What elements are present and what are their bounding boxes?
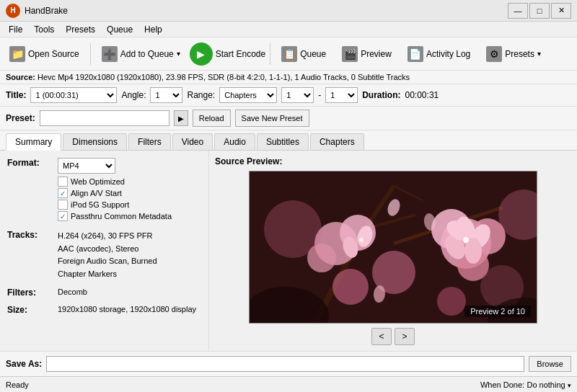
queue-icon: 📋	[281, 46, 297, 62]
title-select[interactable]: 1 (00:00:31)	[30, 87, 117, 103]
summary-panel: Format: MP4 MKV Web Optimized ✓ Align	[0, 151, 209, 351]
tab-chapters[interactable]: Chapters	[310, 133, 364, 150]
presets-arrow-icon: ▾	[537, 50, 541, 58]
preview-container: Preview 2 of 10	[249, 171, 537, 324]
tab-filters[interactable]: Filters	[128, 133, 171, 150]
range-dash: -	[318, 90, 321, 100]
tab-video[interactable]: Video	[172, 133, 213, 150]
ipod-row: iPod 5G Support	[58, 200, 172, 210]
angle-label: Angle:	[121, 90, 146, 100]
maximize-button[interactable]: □	[529, 3, 550, 19]
when-done-area: When Done: Do nothing ▾	[480, 380, 571, 390]
menu-help[interactable]: Help	[138, 22, 168, 37]
menu-tools[interactable]: Tools	[28, 22, 60, 37]
source-info-text: Hevc Mp4 1920x1080 (1920x1080), 23.98 FP…	[38, 73, 410, 81]
svg-point-25	[359, 238, 364, 242]
app-window: H HandBrake — □ ✕ File Tools Presets Que…	[0, 0, 577, 392]
align-av-label: Align A/V Start	[71, 189, 122, 197]
app-title: HandBrake	[25, 6, 68, 16]
add-to-queue-button[interactable]: ➕ Add to Queue ▾	[95, 41, 187, 67]
format-select[interactable]: MP4 MKV	[58, 158, 115, 174]
track-1: AAC (avcodec), Stereo	[58, 243, 157, 256]
source-label: Source:	[6, 73, 35, 81]
preview-next-button[interactable]: >	[395, 328, 415, 345]
start-encode-label: Start Encode	[216, 49, 265, 59]
when-done-label: When Done:	[480, 380, 524, 389]
align-av-row: ✓ Align A/V Start	[58, 188, 172, 198]
close-button[interactable]: ✕	[551, 3, 571, 19]
preset-row: Preset: Fast 1080p30 ▶ Reload Save New P…	[0, 107, 577, 130]
angle-select[interactable]: 1	[150, 87, 182, 103]
status-text: Ready	[6, 380, 29, 389]
save-new-preset-button[interactable]: Save New Preset	[235, 110, 309, 127]
title-label: Title:	[6, 90, 26, 100]
duration-value: 00:00:31	[405, 90, 439, 100]
minimize-button[interactable]: —	[508, 3, 528, 19]
reload-button[interactable]: Reload	[193, 110, 231, 127]
toolbar-separator-1	[90, 43, 91, 65]
when-done-value[interactable]: Do nothing	[527, 380, 565, 389]
align-av-checkbox[interactable]: ✓	[58, 188, 68, 198]
tab-summary[interactable]: Summary	[6, 133, 61, 151]
filters-value: Decomb	[58, 288, 87, 298]
passthru-row: ✓ Passthru Common Metadata	[58, 211, 172, 221]
menu-bar: File Tools Presets Queue Help	[0, 22, 577, 37]
preview-icon: 🎬	[342, 46, 358, 62]
start-encode-button[interactable]: ▶	[190, 43, 213, 66]
add-queue-icon: ➕	[102, 46, 118, 62]
passthru-label: Passthru Common Metadata	[71, 212, 172, 220]
main-content-area: Format: MP4 MKV Web Optimized ✓ Align	[0, 151, 577, 351]
tracks-content: H.264 (x264), 30 FPS PFR AAC (avcodec), …	[58, 230, 157, 280]
tracks-section: Tracks: H.264 (x264), 30 FPS PFR AAC (av…	[7, 230, 201, 280]
preset-input[interactable]: Fast 1080p30	[40, 110, 169, 126]
ipod-checkbox[interactable]	[58, 200, 68, 210]
track-3: Chapter Markers	[58, 268, 157, 281]
save-row: Save As: Browse	[0, 351, 577, 376]
menu-file[interactable]: File	[3, 22, 28, 37]
tab-subtitles[interactable]: Subtitles	[257, 133, 309, 150]
filters-label: Filters:	[7, 288, 58, 298]
format-content: MP4 MKV Web Optimized ✓ Align A/V Start	[58, 158, 172, 223]
preview-button[interactable]: 🎬 Preview	[335, 41, 398, 67]
range-select[interactable]: Chapters	[219, 87, 277, 103]
tab-dimensions[interactable]: Dimensions	[63, 133, 127, 150]
presets-button[interactable]: ⚙ Presets ▾	[480, 41, 547, 67]
menu-presets[interactable]: Presets	[60, 22, 101, 37]
toolbar-separator-2	[270, 43, 270, 65]
browse-button[interactable]: Browse	[529, 356, 571, 372]
web-optimized-label: Web Optimized	[71, 177, 125, 186]
duration-label: Duration:	[362, 90, 400, 100]
add-queue-label: Add to Queue	[120, 49, 174, 59]
svg-point-7	[332, 269, 369, 305]
add-queue-arrow-icon: ▾	[177, 50, 180, 58]
menu-queue[interactable]: Queue	[101, 22, 138, 37]
app-icon: H	[6, 4, 20, 18]
queue-button[interactable]: 📋 Queue	[275, 41, 332, 67]
range-to-select[interactable]: 1	[325, 87, 358, 103]
start-icon: ▶	[197, 48, 205, 60]
activity-log-button[interactable]: 📄 Activity Log	[401, 41, 477, 67]
web-optimized-checkbox[interactable]	[58, 177, 68, 187]
preset-arrow-icon[interactable]: ▶	[174, 110, 188, 126]
status-bar: Ready When Done: Do nothing ▾	[0, 376, 577, 392]
open-source-button[interactable]: 📁 Open Source	[3, 41, 86, 67]
format-label: Format:	[7, 158, 58, 223]
save-path-input[interactable]	[46, 356, 524, 372]
size-value: 1920x1080 storage, 1920x1080 display	[58, 305, 196, 315]
open-source-icon: 📁	[9, 46, 25, 62]
passthru-checkbox[interactable]: ✓	[58, 211, 68, 221]
when-done-arrow-icon: ▾	[568, 382, 571, 389]
format-section: Format: MP4 MKV Web Optimized ✓ Align	[7, 158, 201, 223]
size-section: Size: 1920x1080 storage, 1920x1080 displ…	[7, 305, 201, 315]
track-2: Foreign Audio Scan, Burned	[58, 255, 157, 268]
filters-section: Filters: Decomb	[7, 288, 201, 298]
preview-controls: < >	[371, 328, 415, 345]
range-from-select[interactable]: 1	[281, 87, 314, 103]
preview-panel: Source Preview:	[209, 151, 577, 351]
tab-audio[interactable]: Audio	[214, 133, 255, 150]
preview-prev-button[interactable]: <	[371, 328, 392, 345]
ipod-label: iPod 5G Support	[71, 200, 129, 209]
web-optimized-row: Web Optimized	[58, 177, 172, 187]
preview-badge: Preview 2 of 10	[464, 306, 531, 317]
preview-image	[250, 172, 537, 324]
